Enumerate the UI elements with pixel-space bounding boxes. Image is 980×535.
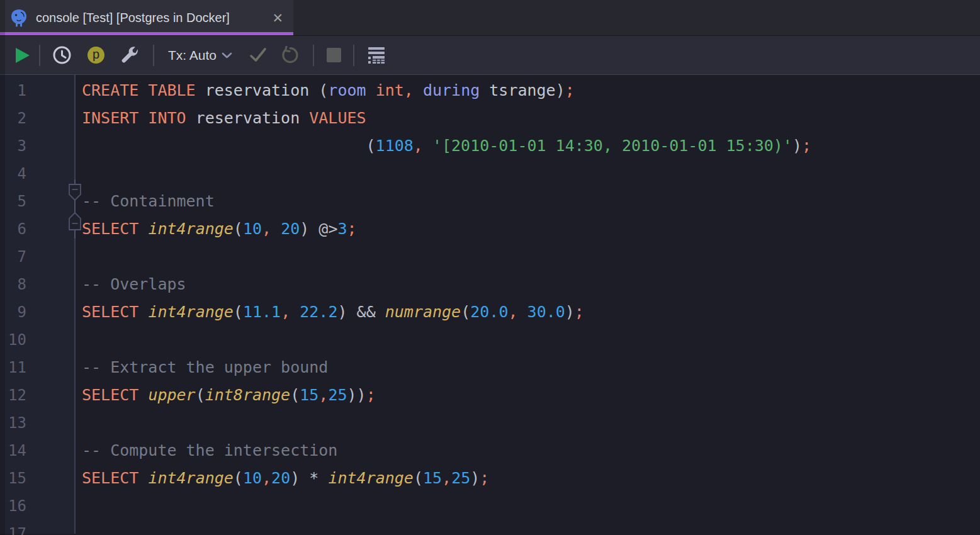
postgresql-icon: [9, 8, 29, 28]
active-tab-indicator: [0, 32, 293, 35]
editor-tab-bar: console [Test] [Postgres in Docker] ✕: [0, 0, 980, 36]
code-line[interactable]: SELECT int4range(10,20) * int4range(15,2…: [82, 465, 980, 492]
token-id: [82, 137, 366, 155]
stop-button[interactable]: [327, 48, 341, 62]
sql-editor[interactable]: 1234567891011121314151617 CREATE TABLE r…: [0, 75, 980, 534]
code-line[interactable]: [82, 160, 980, 188]
fold-marker-start[interactable]: [69, 184, 81, 200]
code-line[interactable]: INSERT INTO reservation VALUES: [82, 104, 980, 132]
console-toolbar: p Tx: Auto: [0, 36, 980, 75]
token-pun: (: [461, 303, 470, 321]
token-num: 11.1: [243, 303, 281, 321]
token-pun: ): [565, 303, 575, 321]
token-com: -- Containment: [82, 192, 215, 210]
code-line[interactable]: SELECT int4range(11.1, 22.2) && numrange…: [82, 298, 980, 326]
chevron-down-icon: [222, 52, 232, 59]
token-acc: ,: [508, 303, 517, 321]
close-icon[interactable]: ✕: [272, 11, 283, 25]
code-line[interactable]: [82, 409, 980, 437]
code-line[interactable]: [82, 243, 980, 271]
token-pun: (: [234, 469, 243, 487]
token-num: 22.2: [300, 303, 337, 321]
code-line[interactable]: [82, 520, 980, 534]
token-num: 20: [271, 469, 290, 487]
console-settings-button[interactable]: [120, 45, 139, 65]
code-line[interactable]: -- Extract the upper bound: [82, 354, 980, 381]
query-history-button[interactable]: [53, 46, 71, 64]
execute-button[interactable]: [14, 47, 30, 64]
token-acc: ;: [575, 303, 584, 321]
commit-button[interactable]: [249, 47, 268, 64]
token-pun: *: [309, 469, 318, 487]
token-pun: (: [414, 469, 423, 487]
code-line[interactable]: CREATE TABLE reservation (room int, duri…: [82, 77, 980, 104]
token-com: -- Extract the upper bound: [82, 358, 328, 376]
rollback-icon: [279, 46, 299, 65]
token-pun: ): [300, 220, 318, 238]
line-number: 17: [0, 520, 74, 535]
code-line[interactable]: SELECT upper(int8range(15,25));: [82, 381, 980, 409]
token-id: [138, 386, 148, 404]
line-number: 11: [0, 354, 74, 381]
token-acc: ,: [281, 303, 290, 321]
stop-icon: [327, 48, 341, 62]
token-pun: (: [234, 220, 243, 238]
code-line[interactable]: [82, 326, 980, 354]
play-icon: [14, 47, 30, 64]
token-acc: ;: [802, 137, 811, 155]
token-pun: ): [792, 137, 802, 155]
token-acc: ,: [442, 469, 451, 487]
wrench-icon: [120, 45, 139, 65]
line-number: 10: [0, 326, 74, 354]
token-fn: int4range: [148, 303, 233, 321]
token-acc: ,: [262, 220, 271, 238]
token-pun: (: [366, 137, 376, 155]
code-area[interactable]: CREATE TABLE reservation (room int, duri…: [76, 75, 980, 534]
token-kw: INSERT INTO: [82, 109, 186, 127]
token-num: 15: [300, 386, 318, 404]
token-pun: ): [290, 469, 309, 487]
token-pun: (: [318, 81, 328, 99]
fold-marker-end[interactable]: [69, 213, 81, 230]
toolbar-separator: [39, 45, 40, 66]
token-pun: (: [196, 386, 205, 404]
check-icon: [249, 47, 268, 64]
token-id: [138, 469, 148, 487]
token-id: [414, 81, 423, 99]
token-kw: SELECT: [82, 469, 138, 487]
session-button[interactable]: p: [87, 47, 104, 64]
code-line[interactable]: [82, 492, 980, 520]
token-num: 15: [423, 469, 442, 487]
token-num: 10: [243, 469, 262, 487]
token-id: [376, 303, 385, 321]
line-number: 14: [0, 437, 74, 465]
rollback-button[interactable]: [279, 46, 299, 65]
token-fn: upper: [148, 386, 195, 404]
token-id: [366, 81, 376, 99]
token-kw: int: [376, 81, 404, 99]
code-line[interactable]: SELECT int4range(10, 20) @>3;: [82, 215, 980, 243]
results-grid-icon: [366, 46, 386, 65]
fold-markers[interactable]: [67, 179, 83, 239]
token-pun: ): [470, 469, 480, 487]
token-com: -- Compute the intersection: [82, 441, 337, 459]
code-line[interactable]: -- Containment: [82, 188, 980, 215]
in-editor-results-toggle[interactable]: [366, 46, 386, 65]
token-num: 20.0: [470, 303, 508, 321]
tab-console[interactable]: console [Test] [Postgres in Docker] ✕: [0, 0, 293, 35]
line-number: 2: [0, 104, 74, 132]
line-number: 9: [0, 298, 74, 326]
token-id: [138, 220, 148, 238]
token-kw: SELECT: [82, 220, 138, 238]
code-line[interactable]: (1108, '[2010-01-01 14:30, 2010-01-01 15…: [82, 132, 980, 160]
token-id: tsrange: [480, 81, 555, 99]
code-line[interactable]: -- Overlaps: [82, 271, 980, 298]
token-acc: ;: [366, 386, 376, 404]
datagrip-console-window: console [Test] [Postgres in Docker] ✕ p: [0, 0, 980, 535]
token-fn: int4range: [328, 469, 413, 487]
token-pun: &&: [357, 303, 376, 321]
code-line[interactable]: -- Compute the intersection: [82, 437, 980, 465]
tx-mode-dropdown[interactable]: Tx: Auto: [154, 48, 232, 63]
line-number: 5: [0, 188, 74, 215]
token-pun: )): [347, 386, 366, 404]
